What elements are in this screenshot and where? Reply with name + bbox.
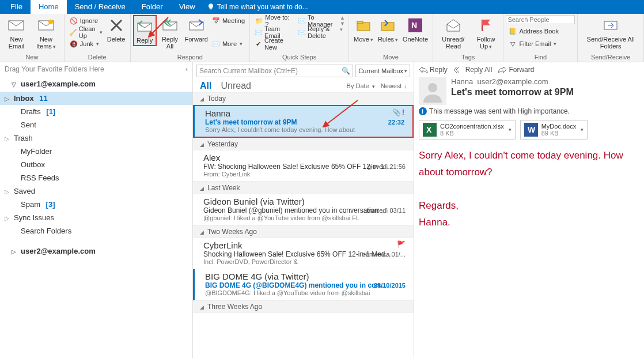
folder-trash[interactable]: Trash (0, 131, 192, 145)
file-xlsx-icon: X (423, 123, 437, 137)
folder-search-folders[interactable]: Search Folders (0, 224, 192, 238)
send-receive-all-button[interactable]: Send/Receive All Folders (580, 15, 641, 51)
meeting-button[interactable]: 📅Meeting (209, 15, 247, 27)
info-icon: i (419, 107, 427, 115)
quickstep-create[interactable]: ✔Create New (252, 38, 296, 50)
onenote-icon: N (406, 16, 425, 35)
rules-button[interactable]: Rules▾ (376, 15, 400, 44)
svg-text:W: W (528, 125, 536, 134)
msg-time: 22:32 (388, 119, 404, 126)
quickstep-scroll-up[interactable]: ▲ (340, 15, 345, 21)
date-header[interactable]: Yesterday (193, 138, 414, 150)
tab-send-receive[interactable]: Send / Receive (67, 0, 134, 14)
folder-saved[interactable]: Saved (0, 184, 192, 198)
reply-delete-icon: ✉️ (298, 28, 306, 37)
date-header[interactable]: Three Weeks Ago (193, 300, 414, 313)
quickstep-expand[interactable]: ▾ (340, 27, 345, 32)
tab-view[interactable]: View (171, 0, 203, 14)
reply-all-button[interactable]: Reply All (157, 15, 184, 51)
ribbon-group-new: New Email New Items▾ New (0, 14, 65, 62)
main-area: Drag Your Favorite Folders Here ‹ user1@… (0, 62, 644, 358)
new-email-button[interactable]: New Email (2, 15, 31, 51)
quickstep-moveto[interactable]: 📁Move to: ? (252, 15, 296, 27)
quickstep-replydelete[interactable]: ✉️Reply & Delete (296, 27, 339, 38)
folder-sent[interactable]: Sent (0, 118, 192, 131)
forward-button[interactable]: Forward (183, 15, 209, 44)
more-respond-button[interactable]: ✉️More▾ (209, 38, 247, 50)
date-header[interactable]: Last Week (193, 182, 414, 194)
folder-inbox[interactable]: Inbox 11 (0, 92, 192, 105)
reading-reply-all[interactable]: Reply All (453, 66, 493, 74)
date-header[interactable]: Two Weeks Ago (193, 225, 414, 238)
message-item[interactable]: AlexFW: Shocking Halloween Sale! Exclusi… (193, 150, 414, 182)
search-mailbox-input[interactable]: Search Current Mailbox (Ctrl+E) 🔍 (196, 65, 353, 77)
collapse-nav-icon[interactable]: ‹ (185, 65, 188, 73)
message-item[interactable]: BIG DOME 4G (via Twitter)BIG DOME 4G (@B… (193, 269, 414, 300)
svg-point-12 (428, 83, 437, 92)
folder-sync-issues[interactable]: Sync Issues (0, 211, 192, 224)
msg-preview: From: CyberLink (203, 171, 404, 178)
ribbon-group-quicksteps: 📁Move to: ? ✉️To Manager ✉️Team Email ✉️… (250, 14, 349, 62)
tab-folder[interactable]: Folder (134, 0, 171, 14)
attachment-xlsx[interactable]: XCO2concentration.xlsx8 KB▾ (419, 120, 516, 140)
reply-icon (135, 17, 154, 36)
date-header[interactable]: Today (193, 92, 414, 105)
filter-unread[interactable]: Unread (221, 81, 251, 91)
move-button[interactable]: Move▾ (351, 15, 376, 44)
address-book-icon: 📒 (508, 27, 517, 36)
message-item[interactable]: 📎!HannaLet's meet tomorrow at 9PMSorry A… (193, 105, 414, 138)
quickstep-scroll-down[interactable]: ▼ (340, 21, 345, 27)
manager-icon: ✉️ (298, 16, 306, 25)
sort-newest[interactable]: Newest ↓ (381, 82, 407, 89)
reply-button[interactable]: Reply (133, 15, 157, 46)
reading-reply[interactable]: Reply (419, 66, 448, 74)
folder-spam[interactable]: Spam [3] (0, 198, 192, 211)
quickstep-team[interactable]: ✉️Team Email (252, 27, 296, 38)
message-list-pane: Search Current Mailbox (Ctrl+E) 🔍 Curren… (193, 62, 414, 358)
message-item[interactable]: Gideon Buniel (via Twitter)Gideon Buniel… (193, 194, 414, 225)
msg-from: Alex (203, 153, 404, 163)
quickstep-manager[interactable]: ✉️To Manager (296, 15, 339, 27)
filter-email-button[interactable]: ▽Filter Email▾ (506, 38, 559, 50)
ignore-button[interactable]: 🚫Ignore (67, 15, 105, 27)
onenote-button[interactable]: NOneNote (400, 15, 430, 44)
more-icon: ✉️ (211, 39, 221, 48)
search-scope-dropdown[interactable]: Current Mailbox▾ (355, 65, 410, 77)
flag-small-icon: 🚩 (397, 240, 406, 248)
message-item[interactable]: 🚩CyberLinkShocking Halloween Sale! Exclu… (193, 238, 414, 269)
forward-small-icon (498, 66, 507, 73)
filter-all[interactable]: All (200, 81, 211, 91)
attachment-docx[interactable]: WMyDoc.docx89 KB▾ (520, 120, 588, 140)
tab-file[interactable]: File (2, 0, 31, 14)
msg-subject: Let's meet tomorrow at 9PM (205, 118, 403, 126)
folder-myfolder[interactable]: MyFolder (0, 145, 192, 158)
reply-all-icon (161, 16, 179, 35)
forward-icon (187, 16, 206, 35)
delete-button[interactable]: Delete (105, 15, 128, 44)
reading-forward[interactable]: Forward (498, 66, 534, 74)
account-1[interactable]: user1@example.com (0, 76, 192, 92)
junk-button[interactable]: 🚯Junk▾ (67, 38, 105, 50)
search-people-input[interactable] (506, 15, 575, 24)
address-book-button[interactable]: 📒Address Book (506, 25, 560, 37)
cleanup-button[interactable]: 🧹Clean Up▾ (67, 27, 105, 38)
sort-by-date[interactable]: By Date ▾ (347, 82, 375, 89)
message-body: Sorry Alex, I couldn't come today evenin… (419, 144, 639, 231)
account-2[interactable]: user2@example.com (0, 243, 192, 259)
ribbon-group-move: Move▾ Rules▾ NOneNote Move (349, 14, 433, 62)
sender-avatar (419, 77, 446, 105)
svg-rect-7 (357, 21, 363, 24)
ribbon-group-tags: Unread/ Read Follow Up▾ Tags (433, 14, 503, 62)
msg-from: Hanna (205, 108, 403, 118)
folder-outbox[interactable]: Outbox (0, 158, 192, 171)
tab-home[interactable]: Home (31, 0, 67, 14)
unread-read-button[interactable]: Unread/ Read (435, 15, 471, 51)
follow-up-button[interactable]: Follow Up▾ (471, 15, 501, 51)
folder-rss-feeds[interactable]: RSS Feeds (0, 171, 192, 184)
rules-icon (378, 16, 397, 35)
envelope-star-icon (37, 16, 55, 35)
attachment-icon: 📎 (392, 108, 401, 116)
new-items-button[interactable]: New Items▾ (31, 15, 62, 51)
tell-me[interactable]: Tell me what you want to do... (207, 3, 308, 11)
folder-drafts[interactable]: Drafts [1] (0, 105, 192, 118)
